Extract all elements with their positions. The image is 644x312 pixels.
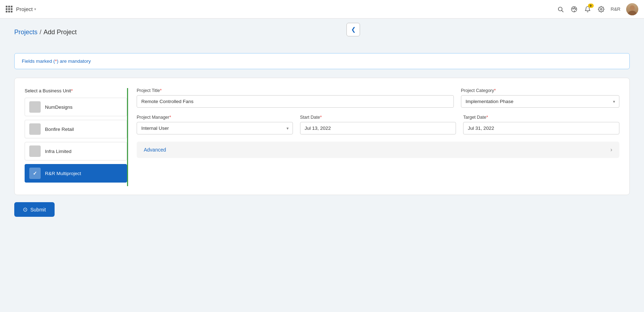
project-title-input[interactable] xyxy=(137,95,454,108)
bu-avatar-rnr: ✓ xyxy=(29,168,41,179)
app-title-chevron-icon: ▾ xyxy=(34,7,36,11)
target-date-input[interactable] xyxy=(463,122,619,134)
form-layout: Select a Business Unit* NumDesigns Bonfi… xyxy=(25,88,619,186)
svg-point-4 xyxy=(574,7,574,8)
svg-point-6 xyxy=(600,8,602,10)
app-title[interactable]: Project ▾ xyxy=(16,6,36,12)
apps-grid-icon[interactable] xyxy=(6,6,12,12)
bu-avatar-infra xyxy=(29,145,41,157)
project-manager-select-wrapper: Internal UserExternal User ▾ xyxy=(137,122,293,134)
notification-icon[interactable]: 9 xyxy=(584,5,592,13)
info-text-prefix: Fields marked ( xyxy=(22,58,55,64)
avatar[interactable] xyxy=(626,3,638,15)
settings-icon[interactable] xyxy=(597,5,605,13)
advanced-section[interactable]: Advanced › xyxy=(137,142,619,158)
info-banner: Fields marked (*) are mandatory xyxy=(14,53,630,69)
business-unit-label-text: Select a Business Unit xyxy=(25,88,71,93)
project-category-select-wrapper: Implementation PhasePlanning PhaseExecut… xyxy=(461,95,619,108)
field-row-2: Project Manager* Internal UserExternal U… xyxy=(137,115,619,134)
bu-name-numdesigns: NumDesigns xyxy=(45,104,72,110)
top-navigation: Project ▾ 9 xyxy=(0,0,644,19)
svg-point-7 xyxy=(630,5,635,10)
svg-point-5 xyxy=(575,9,575,9)
business-unit-panel: Select a Business Unit* NumDesigns Bonfi… xyxy=(25,88,128,186)
project-manager-group: Project Manager* Internal UserExternal U… xyxy=(137,115,293,134)
business-unit-item-numdesigns[interactable]: NumDesigns xyxy=(25,98,127,116)
palette-icon[interactable] xyxy=(570,5,578,13)
advanced-chevron-icon: › xyxy=(610,147,612,153)
bu-avatar-bonfire xyxy=(29,123,41,135)
app-title-text: Project xyxy=(16,6,33,12)
start-date-input[interactable] xyxy=(300,122,456,134)
start-date-label: Start Date* xyxy=(300,115,456,120)
project-category-label: Project Category* xyxy=(461,88,619,93)
submit-label: Submit xyxy=(30,207,46,213)
project-manager-label: Project Manager* xyxy=(137,115,293,120)
submit-icon: ⊙ xyxy=(23,206,27,213)
back-button[interactable]: ❮ xyxy=(346,23,360,36)
breadcrumb-projects-link[interactable]: Projects xyxy=(14,29,37,36)
project-category-select[interactable]: Implementation PhasePlanning PhaseExecut… xyxy=(461,95,619,108)
breadcrumb-separator: / xyxy=(40,29,41,36)
info-text-suffix: ) are mandatory xyxy=(57,58,91,64)
business-unit-title: Select a Business Unit* xyxy=(25,88,127,93)
main-content: Projects / Add Project ❮ Fields marked (… xyxy=(0,19,644,227)
svg-point-3 xyxy=(572,8,573,9)
form-card: Select a Business Unit* NumDesigns Bonfi… xyxy=(14,78,630,195)
bu-name-bonfire: Bonfire Retail xyxy=(45,127,74,132)
checkmark-icon: ✓ xyxy=(33,170,37,176)
business-unit-item-rnr[interactable]: ✓ R&R Multiproject xyxy=(25,164,127,183)
target-date-group: Target Date* xyxy=(463,115,619,134)
search-icon[interactable] xyxy=(557,5,564,13)
back-icon: ❮ xyxy=(351,26,356,33)
project-category-group: Project Category* Implementation PhasePl… xyxy=(461,88,619,108)
page-title: Add Project xyxy=(44,29,77,36)
project-manager-select[interactable]: Internal UserExternal User xyxy=(137,122,293,134)
submit-button[interactable]: ⊙ Submit xyxy=(14,202,55,217)
breadcrumb: Projects / Add Project xyxy=(14,29,77,36)
target-date-label: Target Date* xyxy=(463,115,619,120)
form-fields: Project Title* Project Category* Impleme… xyxy=(137,88,619,186)
svg-line-1 xyxy=(562,10,563,12)
project-title-label: Project Title* xyxy=(137,88,454,93)
user-label: R&R xyxy=(611,6,620,12)
bu-avatar-numdesigns xyxy=(29,101,41,113)
business-unit-required-star: * xyxy=(71,88,73,93)
svg-point-8 xyxy=(628,11,637,15)
bu-name-infra: Infra Limited xyxy=(45,149,71,154)
advanced-label: Advanced xyxy=(144,147,166,153)
bu-name-rnr: R&R Multiproject xyxy=(45,171,81,176)
business-unit-item-bonfire[interactable]: Bonfire Retail xyxy=(25,120,127,138)
notification-badge: 9 xyxy=(588,4,594,8)
business-unit-item-infra[interactable]: Infra Limited xyxy=(25,142,127,160)
start-date-group: Start Date* xyxy=(300,115,456,134)
project-title-group: Project Title* xyxy=(137,88,454,108)
field-row-1: Project Title* Project Category* Impleme… xyxy=(137,88,619,108)
